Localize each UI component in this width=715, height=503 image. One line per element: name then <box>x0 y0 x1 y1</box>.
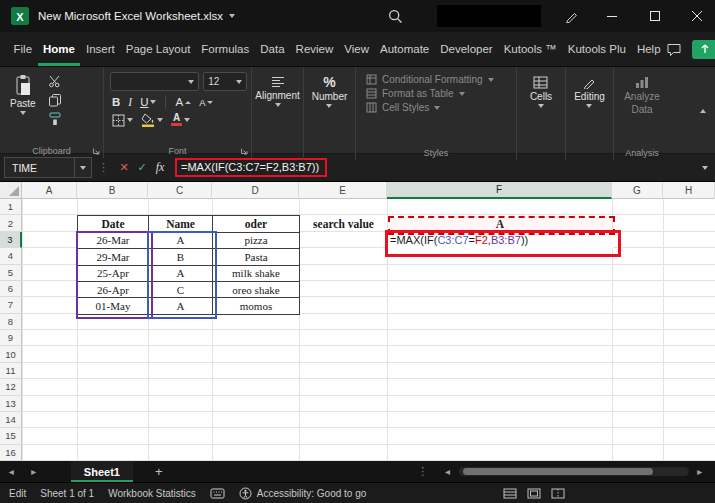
view-page-layout-icon[interactable] <box>527 488 541 499</box>
cell-C4[interactable]: B <box>148 248 213 265</box>
cell-D6[interactable]: oreo shake <box>212 281 300 298</box>
cell-F2[interactable]: A <box>387 215 613 232</box>
row-header-11[interactable]: 11 <box>0 363 22 379</box>
column-header-D[interactable]: D <box>212 182 299 199</box>
ribbon-collapse-icon[interactable] <box>700 109 706 113</box>
menu-tab-help[interactable]: Help <box>631 32 666 66</box>
cut-icon[interactable] <box>48 74 62 88</box>
comments-icon[interactable] <box>666 42 682 57</box>
cell-B6[interactable]: 26-Apr <box>77 281 149 298</box>
accessibility-status[interactable]: Accessibility: Good to go <box>239 487 367 500</box>
font-dialog-launcher-icon[interactable] <box>240 147 248 155</box>
row-header-7[interactable]: 7 <box>0 297 22 313</box>
menu-tab-developer[interactable]: Developer <box>435 32 498 66</box>
font-color-button[interactable]: A <box>169 114 192 127</box>
decrease-font-button[interactable]: A <box>197 97 215 108</box>
analyze-data-button[interactable]: Analyze Data <box>620 74 664 117</box>
row-header-15[interactable]: 15 <box>0 428 22 444</box>
menu-tab-automate[interactable]: Automate <box>375 32 435 66</box>
underline-button[interactable]: U <box>138 96 158 108</box>
menu-tab-view[interactable]: View <box>339 32 375 66</box>
keyboard-icon[interactable] <box>210 488 225 499</box>
format-as-table-button[interactable]: Format as Table <box>366 88 516 99</box>
font-size-select[interactable]: 12 <box>203 72 247 91</box>
select-all-corner[interactable] <box>0 182 22 199</box>
font-name-select[interactable] <box>110 72 199 91</box>
editing-button[interactable]: Editing <box>570 74 609 110</box>
menu-tab-file[interactable]: File <box>8 32 38 66</box>
cell-D7[interactable]: momos <box>212 297 300 314</box>
format-painter-icon[interactable] <box>48 112 62 126</box>
menu-tab-insert[interactable]: Insert <box>80 32 120 66</box>
cell-C7[interactable]: A <box>148 297 213 314</box>
minimize-button[interactable] <box>594 0 630 32</box>
cell-B2[interactable]: Date <box>77 215 149 232</box>
cell-C5[interactable]: A <box>148 265 213 282</box>
cell-B4[interactable]: 29-Mar <box>77 248 149 265</box>
view-normal-icon[interactable] <box>503 488 517 499</box>
conditional-formatting-button[interactable]: Conditional Formatting <box>366 74 516 85</box>
row-header-3[interactable]: 3 <box>0 232 22 248</box>
menu-tab-data[interactable]: Data <box>255 32 290 66</box>
view-page-break-icon[interactable] <box>551 488 565 499</box>
row-header-4[interactable]: 4 <box>0 248 22 264</box>
cell-B3[interactable]: 26-Mar <box>77 232 149 249</box>
scroll-left-icon[interactable]: ◄ <box>436 467 458 477</box>
increase-font-button[interactable]: A <box>173 96 193 108</box>
add-sheet-button[interactable]: + <box>155 464 163 479</box>
scroll-right-icon[interactable]: ► <box>689 467 711 477</box>
column-header-B[interactable]: B <box>77 182 148 199</box>
row-header-2[interactable]: 2 <box>0 215 22 231</box>
row-header-9[interactable]: 9 <box>0 330 22 346</box>
cell-B5[interactable]: 25-Apr <box>77 265 149 282</box>
bold-button[interactable]: B <box>110 96 122 108</box>
cell-C6[interactable]: C <box>148 281 213 298</box>
row-header-10[interactable]: 10 <box>0 346 22 362</box>
menu-tab-kutools-plu[interactable]: Kutools Plu <box>562 32 631 66</box>
row-header-6[interactable]: 6 <box>0 281 22 297</box>
clipboard-dialog-launcher-icon[interactable] <box>92 147 100 155</box>
name-box[interactable]: TIME <box>4 157 92 178</box>
column-header-F[interactable]: F <box>387 182 612 199</box>
fill-color-button[interactable] <box>139 113 165 127</box>
italic-button[interactable]: I <box>126 96 134 108</box>
cell-B7[interactable]: 01-May <box>77 297 149 314</box>
cells-button[interactable]: Cells <box>526 74 556 110</box>
scrollbar-track[interactable] <box>459 467 689 476</box>
menu-tab-kutools[interactable]: Kutools ™ <box>498 32 562 66</box>
row-header-1[interactable]: 1 <box>0 199 22 215</box>
menu-tab-page-layout[interactable]: Page Layout <box>120 32 196 66</box>
column-header-C[interactable]: C <box>148 182 212 199</box>
excel-logo-icon[interactable]: X <box>11 7 29 25</box>
row-header-8[interactable]: 8 <box>0 314 22 330</box>
enter-icon[interactable]: ✓ <box>133 161 151 174</box>
sheet-tab-sheet1[interactable]: Sheet1 <box>71 461 133 482</box>
row-header-12[interactable]: 12 <box>0 379 22 395</box>
menu-tab-review[interactable]: Review <box>290 32 339 66</box>
maximize-button[interactable] <box>637 0 673 32</box>
search-icon[interactable] <box>383 0 407 32</box>
cell-D2[interactable]: oder <box>212 215 300 232</box>
copy-icon[interactable] <box>48 93 62 107</box>
alignment-button[interactable]: Alignment <box>251 74 303 109</box>
row-header-5[interactable]: 5 <box>0 265 22 281</box>
cell-C2[interactable]: Name <box>148 215 213 232</box>
workbook-statistics-button[interactable]: Workbook Statistics <box>108 488 196 499</box>
row-header-14[interactable]: 14 <box>0 412 22 428</box>
share-button[interactable] <box>692 40 715 59</box>
cell-F3-formula[interactable]: =MAX(IF(C3:C7=F2,B3:B7)) <box>387 232 613 249</box>
insert-function-icon[interactable]: fx <box>151 160 169 175</box>
cell-C3[interactable]: A <box>148 232 213 249</box>
column-header-H[interactable]: H <box>663 182 715 199</box>
borders-button[interactable] <box>110 114 135 127</box>
close-button[interactable] <box>679 0 715 32</box>
title-chevron-down-icon[interactable] <box>229 14 235 18</box>
row-header-16[interactable]: 16 <box>0 445 22 461</box>
cell-D5[interactable]: milk shake <box>212 265 300 282</box>
column-header-E[interactable]: E <box>299 182 387 199</box>
menu-tab-formulas[interactable]: Formulas <box>196 32 255 66</box>
cancel-icon[interactable]: ✕ <box>115 161 133 174</box>
cell-D4[interactable]: Pasta <box>212 248 300 265</box>
column-header-G[interactable]: G <box>612 182 663 199</box>
scrollbar-thumb[interactable] <box>463 468 653 475</box>
